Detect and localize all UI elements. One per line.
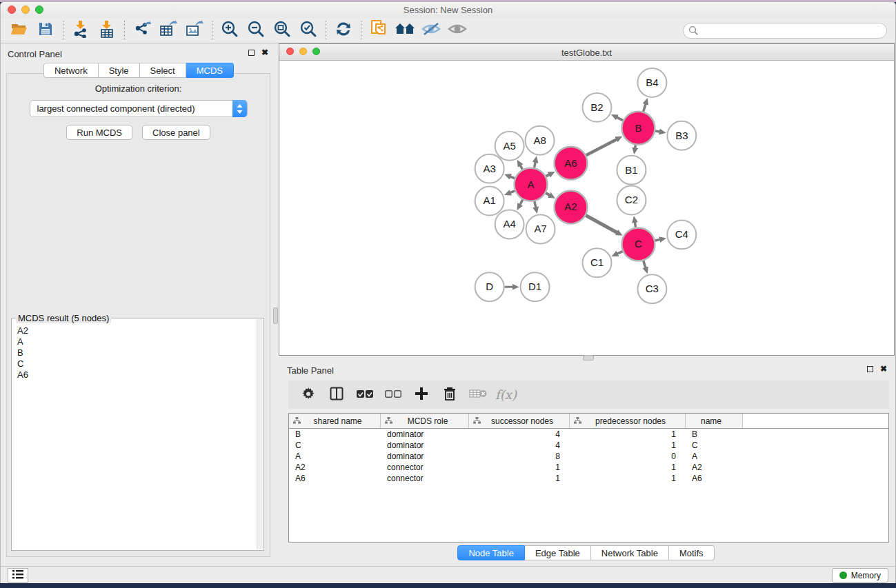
tab-edge-table[interactable]: Edge Table bbox=[525, 545, 591, 560]
table-row[interactable]: Cdominator41C bbox=[289, 440, 888, 451]
zoom-selected-button[interactable] bbox=[295, 20, 321, 41]
import-network-button[interactable] bbox=[68, 20, 94, 41]
table-row[interactable]: Bdominator41B bbox=[289, 429, 888, 440]
table-cell[interactable]: B bbox=[289, 429, 381, 439]
node-D1[interactable]: D1 bbox=[521, 272, 550, 301]
export-table-button[interactable] bbox=[155, 20, 181, 41]
show-columns-button[interactable] bbox=[323, 384, 349, 405]
table-row[interactable]: A2connector11A2 bbox=[289, 462, 888, 473]
hide-selected-button[interactable] bbox=[418, 20, 444, 41]
float-panel-icon[interactable] bbox=[867, 366, 873, 372]
tab-mcds[interactable]: MCDS bbox=[186, 63, 234, 78]
optimization-criterion-select[interactable]: largest connected component (directed) bbox=[30, 100, 248, 117]
zoom-in-button[interactable] bbox=[217, 20, 243, 41]
task-history-button[interactable] bbox=[8, 568, 28, 582]
node-A6[interactable]: A6 bbox=[555, 147, 588, 180]
column-header-successor-nodes[interactable]: successor nodes bbox=[469, 414, 570, 428]
edge-A6-B[interactable] bbox=[586, 139, 617, 155]
tab-network-table[interactable]: Network Table bbox=[591, 545, 669, 560]
table-cell[interactable]: 1 bbox=[570, 474, 686, 483]
tab-network[interactable]: Network bbox=[43, 63, 99, 78]
result-item[interactable]: B bbox=[17, 347, 258, 358]
table-cell[interactable]: 1 bbox=[570, 440, 686, 450]
node-C[interactable]: C bbox=[621, 227, 655, 261]
node-B2[interactable]: B2 bbox=[583, 93, 612, 122]
table-cell[interactable]: 4 bbox=[469, 429, 570, 439]
delete-table-button[interactable] bbox=[465, 384, 490, 405]
node-B3[interactable]: B3 bbox=[667, 121, 696, 150]
node-B1[interactable]: B1 bbox=[617, 156, 646, 185]
edge-A-A5[interactable] bbox=[520, 165, 522, 170]
function-builder-button[interactable]: f(x) bbox=[493, 384, 519, 405]
table-cell[interactable]: 1 bbox=[469, 463, 570, 472]
table-cell[interactable]: 1 bbox=[570, 429, 686, 439]
tab-motifs[interactable]: Motifs bbox=[669, 545, 715, 560]
column-header-name[interactable]: name bbox=[686, 414, 743, 428]
result-item[interactable]: A6 bbox=[17, 369, 258, 381]
node-C4[interactable]: C4 bbox=[667, 220, 696, 249]
zoom-fit-button[interactable] bbox=[269, 20, 295, 41]
show-all-button[interactable] bbox=[444, 20, 470, 41]
table-cell[interactable]: A2 bbox=[686, 463, 743, 472]
node-A3[interactable]: A3 bbox=[475, 154, 504, 183]
network-graph[interactable]: B4B2BB3A5A8A6A3B1AA1C2A2A4A7C4CC1DD1C3 bbox=[279, 61, 894, 355]
table-settings-button[interactable] bbox=[295, 384, 321, 405]
close-panel-icon[interactable]: ✖ bbox=[261, 49, 268, 56]
table-cell[interactable]: dominator bbox=[381, 429, 469, 439]
open-file-button[interactable] bbox=[6, 20, 32, 41]
add-row-button[interactable] bbox=[408, 384, 434, 405]
zoom-out-button[interactable] bbox=[243, 20, 269, 41]
table-cell[interactable]: dominator bbox=[381, 452, 469, 461]
edge-A-A4[interactable] bbox=[520, 200, 523, 205]
edge-B-B1[interactable] bbox=[635, 145, 636, 148]
table-cell[interactable]: 1 bbox=[469, 474, 570, 483]
result-item[interactable]: C bbox=[17, 358, 258, 369]
edge-C-C2[interactable] bbox=[635, 222, 635, 227]
result-item[interactable]: A2 bbox=[17, 325, 258, 336]
table-cell[interactable]: 1 bbox=[570, 463, 686, 472]
column-header-MCDS-role[interactable]: MCDS role bbox=[381, 414, 469, 428]
node-A[interactable]: A bbox=[515, 168, 548, 201]
save-session-button[interactable] bbox=[32, 20, 59, 41]
table-cell[interactable]: connector bbox=[381, 474, 469, 483]
delete-row-button[interactable] bbox=[437, 384, 462, 405]
tab-style[interactable]: Style bbox=[99, 63, 140, 78]
export-image-button[interactable] bbox=[181, 20, 208, 41]
edge-B-B3[interactable] bbox=[655, 131, 660, 132]
close-panel-icon[interactable]: ✖ bbox=[880, 365, 887, 372]
node-A2[interactable]: A2 bbox=[555, 191, 588, 224]
edge-A-A1[interactable] bbox=[510, 191, 515, 193]
node-C3[interactable]: C3 bbox=[637, 274, 666, 303]
node-C1[interactable]: C1 bbox=[583, 248, 612, 277]
run-mcds-button[interactable]: Run MCDS bbox=[66, 125, 132, 140]
select-all-button[interactable] bbox=[352, 384, 377, 405]
edge-A-A3[interactable] bbox=[510, 176, 515, 179]
table-cell[interactable]: dominator bbox=[381, 440, 469, 450]
table-cell[interactable]: A bbox=[686, 452, 743, 461]
table-cell[interactable]: A6 bbox=[289, 474, 381, 483]
result-scrollbar[interactable] bbox=[257, 319, 263, 549]
node-B[interactable]: B bbox=[621, 112, 655, 145]
node-A4[interactable]: A4 bbox=[495, 210, 524, 239]
close-panel-button[interactable]: Close panel bbox=[142, 125, 210, 140]
table-row[interactable]: Adominator80A bbox=[289, 451, 888, 462]
edge-C-C4[interactable] bbox=[655, 239, 660, 241]
table-cell[interactable]: connector bbox=[381, 463, 469, 472]
vertical-splitter-handle[interactable] bbox=[273, 307, 278, 324]
search-input[interactable] bbox=[683, 23, 887, 39]
table-cell[interactable]: 0 bbox=[570, 452, 686, 461]
edge-A-A7[interactable] bbox=[535, 201, 536, 207]
export-network-button[interactable] bbox=[129, 20, 155, 41]
table-cell[interactable]: 4 bbox=[469, 440, 570, 450]
edge-C-C1[interactable] bbox=[617, 252, 623, 254]
node-table[interactable]: shared nameMCDS rolesuccessor nodesprede… bbox=[288, 413, 889, 543]
node-A8[interactable]: A8 bbox=[526, 126, 555, 155]
edge-A2-C[interactable] bbox=[586, 216, 617, 233]
column-header-shared-name[interactable]: shared name bbox=[289, 414, 381, 428]
edge-C-C3[interactable] bbox=[644, 261, 646, 267]
tab-node-table[interactable]: Node Table bbox=[457, 545, 525, 560]
refresh-view-button[interactable] bbox=[330, 20, 357, 41]
table-cell[interactable]: B bbox=[686, 429, 743, 439]
result-item[interactable]: A bbox=[17, 336, 258, 347]
table-cell[interactable]: C bbox=[289, 440, 381, 450]
